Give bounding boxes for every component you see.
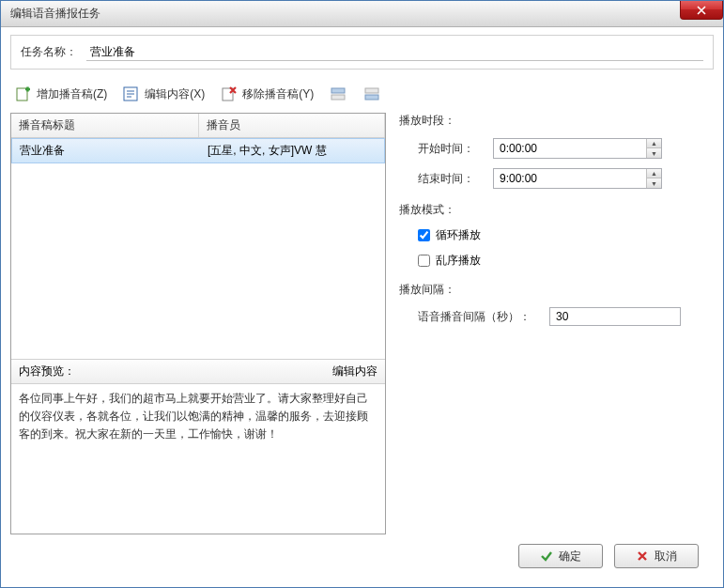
content-area: 任务名称： 增加播音稿(Z) 编辑内容(X) 移除播音稿(Y) (1, 27, 723, 587)
start-time-field[interactable] (494, 140, 646, 157)
interval-label: 语音播音间隔（秒）： (418, 309, 549, 325)
period-section: 播放时段： 开始时间： ▲ ▼ 结束时间： (399, 113, 708, 189)
end-time-field[interactable] (494, 170, 646, 187)
add-script-label: 增加播音稿(Z) (37, 86, 107, 102)
loop-checkbox[interactable] (418, 229, 430, 241)
end-time-label: 结束时间： (418, 171, 493, 187)
edit-content-button[interactable]: 编辑内容(X) (118, 83, 208, 105)
task-name-row: 任务名称： (10, 35, 714, 70)
shuffle-row: 乱序播放 (399, 253, 708, 269)
preview-text: 各位同事上午好，我们的超市马上就要开始营业了。请大家整理好自己的仪容仪表，各就各… (11, 383, 385, 534)
remove-script-label: 移除播音稿(Y) (242, 86, 314, 102)
ok-label: 确定 (559, 549, 581, 565)
left-panel: 播音稿标题 播音员 营业准备 [五星, 中文, 女声]VW 慧 内容预览： 编辑… (10, 113, 386, 534)
preview-header: 内容预览： 编辑内容 (11, 359, 385, 383)
svg-rect-6 (331, 88, 345, 93)
titlebar: 编辑语音播报任务 (1, 1, 723, 27)
end-time-spinner: ▲ ▼ (646, 169, 661, 188)
list-body[interactable]: 营业准备 [五星, 中文, 女声]VW 慧 (11, 138, 385, 359)
svg-rect-7 (331, 95, 345, 100)
right-panel: 播放时段： 开始时间： ▲ ▼ 结束时间： (393, 113, 714, 534)
cancel-button[interactable]: 取消 (614, 544, 699, 568)
spinner-down[interactable]: ▼ (647, 148, 661, 158)
spinner-up[interactable]: ▲ (647, 169, 661, 178)
interval-section: 播放间隔： 语音播音间隔（秒）： (399, 282, 708, 326)
ok-button[interactable]: 确定 (518, 544, 603, 568)
cell-voice: [五星, 中文, 女声]VW 慧 (200, 142, 384, 160)
svg-rect-9 (365, 95, 378, 100)
move-down-button[interactable] (359, 83, 385, 105)
list-row[interactable]: 营业准备 [五星, 中文, 女声]VW 慧 (11, 138, 385, 163)
interval-title: 播放间隔： (399, 282, 708, 298)
move-up-button[interactable] (325, 83, 351, 105)
main-area: 播音稿标题 播音员 营业准备 [五星, 中文, 女声]VW 慧 内容预览： 编辑… (10, 113, 714, 534)
add-icon (14, 85, 33, 103)
move-up-icon (329, 85, 347, 103)
shuffle-checkbox[interactable] (418, 255, 430, 267)
loop-label[interactable]: 循环播放 (436, 227, 481, 243)
toolbar: 增加播音稿(Z) 编辑内容(X) 移除播音稿(Y) (10, 79, 714, 109)
mode-section: 播放模式： 循环播放 乱序播放 (399, 202, 708, 269)
edit-icon (122, 85, 141, 103)
spinner-up[interactable]: ▲ (647, 139, 661, 148)
add-script-button[interactable]: 增加播音稿(Z) (10, 83, 111, 105)
script-list: 播音稿标题 播音员 营业准备 [五星, 中文, 女声]VW 慧 内容预览： 编辑… (10, 113, 386, 534)
period-title: 播放时段： (399, 113, 708, 129)
window-title: 编辑语音播报任务 (10, 6, 100, 22)
list-header: 播音稿标题 播音员 (11, 114, 385, 138)
col-header-voice[interactable]: 播音员 (199, 114, 385, 137)
task-name-input[interactable] (86, 43, 703, 61)
interval-input[interactable] (549, 307, 681, 326)
remove-script-button[interactable]: 移除播音稿(Y) (216, 83, 317, 105)
button-bar: 确定 取消 (10, 534, 714, 578)
end-time-row: 结束时间： ▲ ▼ (399, 168, 708, 189)
preview-label: 内容预览： (19, 364, 75, 379)
move-down-icon (362, 85, 381, 103)
mode-title: 播放模式： (399, 202, 708, 218)
dialog-window: 编辑语音播报任务 任务名称： 增加播音稿(Z) 编辑内容(X) (0, 0, 724, 588)
svg-rect-8 (365, 88, 378, 93)
spinner-down[interactable]: ▼ (647, 178, 661, 188)
interval-row: 语音播音间隔（秒）： (399, 307, 708, 326)
close-icon (697, 6, 706, 15)
edit-content-label: 编辑内容(X) (145, 86, 205, 102)
cell-title: 营业准备 (12, 142, 200, 160)
shuffle-label[interactable]: 乱序播放 (436, 253, 481, 269)
start-time-row: 开始时间： ▲ ▼ (399, 138, 708, 159)
close-button[interactable] (680, 1, 723, 20)
cancel-label: 取消 (655, 549, 677, 565)
check-icon (540, 549, 553, 563)
task-name-label: 任务名称： (21, 44, 86, 60)
start-time-spinner: ▲ ▼ (646, 139, 661, 158)
cancel-icon (636, 549, 649, 563)
end-time-input[interactable]: ▲ ▼ (493, 168, 662, 189)
start-time-label: 开始时间： (418, 141, 493, 157)
loop-row: 循环播放 (399, 227, 708, 243)
preview-edit-link[interactable]: 编辑内容 (332, 364, 377, 379)
remove-icon (220, 85, 239, 103)
col-header-title[interactable]: 播音稿标题 (11, 114, 199, 137)
svg-rect-5 (223, 88, 233, 101)
start-time-input[interactable]: ▲ ▼ (493, 138, 662, 159)
